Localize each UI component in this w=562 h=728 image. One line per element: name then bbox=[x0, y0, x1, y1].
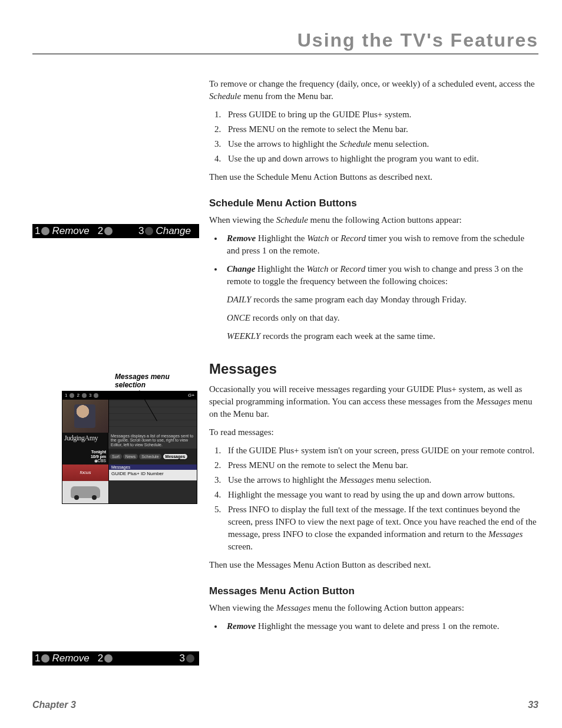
car-icon bbox=[71, 486, 100, 498]
actionbar1-num2: 2 bbox=[98, 225, 103, 237]
page-header-title: Using the TV's Features bbox=[32, 29, 538, 54]
show-title: JudgingAmy bbox=[64, 434, 106, 443]
messages-bar: Messages bbox=[109, 465, 197, 470]
actionbar1-num3: 3 bbox=[138, 225, 144, 237]
button-dot-icon bbox=[186, 654, 194, 663]
bullet-remove: Remove Highlight the Watch or Record tim… bbox=[223, 232, 538, 257]
step-item: Use the arrows to highlight the Schedule… bbox=[223, 138, 538, 150]
fig-bar-n3: 3 bbox=[89, 393, 91, 398]
schedule-action-intro: When viewing the Schedule menu the follo… bbox=[209, 214, 538, 226]
to-read-messages: To read messages: bbox=[209, 426, 538, 439]
step-item: Press MENU on the remote to select the M… bbox=[223, 459, 538, 472]
step-item: Press MENU on the remote to select the M… bbox=[223, 123, 538, 136]
tab-messages: Messages bbox=[163, 453, 188, 460]
fig-bar-n1: 1 bbox=[65, 393, 67, 398]
actionbar1-label3: Change bbox=[156, 225, 191, 237]
step-item: Use the up and down arrows to highlight … bbox=[223, 153, 538, 165]
fig-bar-n2: 2 bbox=[77, 393, 79, 398]
pip-video-thumbnail bbox=[62, 400, 109, 433]
bullet-remove-message: Remove Highlight the message you want to… bbox=[223, 620, 538, 633]
show-time-1: Tonight bbox=[64, 450, 106, 454]
schedule-action-bar-figure: 1 Remove 2 3 Change bbox=[32, 224, 199, 238]
messages-intro: Occasionally you will receive messages r… bbox=[209, 383, 538, 420]
step-item: Press INFO to display the full text of t… bbox=[223, 503, 538, 553]
ad-panel-2 bbox=[62, 481, 109, 503]
intro-paragraph: To remove or change the frequency (daily… bbox=[209, 78, 538, 103]
messages-action-intro: When viewing the Messages menu the follo… bbox=[209, 602, 538, 614]
show-time-2: 10/9 pm bbox=[64, 454, 106, 459]
figure-caption: Messages menu selection bbox=[115, 373, 197, 390]
messages-screenshot-figure: Messages menu selection 1 2 3 G+ bbox=[32, 373, 197, 504]
button-dot-icon bbox=[145, 227, 153, 235]
step-item: Use the arrows to highlight the Messages… bbox=[223, 474, 538, 486]
actionbar2-num2: 2 bbox=[98, 653, 103, 664]
then-text: Then use the Schedule Menu Action Button… bbox=[209, 171, 538, 183]
button-dot-icon bbox=[104, 227, 113, 235]
messages-action-heading: Messages Menu Action Button bbox=[209, 584, 538, 598]
messages-steps: If the GUIDE Plus+ system isn't on your … bbox=[209, 444, 538, 553]
bullet-change: Change Highlight the Watch or Record tim… bbox=[223, 263, 538, 342]
ad-panel-1: focus bbox=[62, 465, 109, 481]
button-dot-icon bbox=[41, 654, 49, 663]
actionbar2-num3: 3 bbox=[180, 653, 185, 664]
messages-description: Messages displays a list of messages sen… bbox=[108, 433, 197, 449]
messages-action-bar-figure: 1 Remove 2 3 bbox=[32, 651, 199, 666]
button-dot-icon bbox=[104, 654, 113, 663]
actionbar1-num1: 1 bbox=[35, 225, 40, 237]
button-dot-icon bbox=[82, 393, 87, 398]
button-dot-icon bbox=[94, 393, 98, 398]
actionbar2-num1: 1 bbox=[35, 653, 40, 664]
show-network: ◉CBS bbox=[64, 459, 106, 463]
button-dot-icon bbox=[41, 227, 49, 235]
then-text-2: Then use the Messages Menu Action Button… bbox=[209, 559, 538, 571]
step-item: Highlight the message you want to read b… bbox=[223, 489, 538, 501]
intro-steps: Press GUIDE to bring up the GUIDE Plus+ … bbox=[209, 108, 538, 165]
footer-chapter: Chapter 3 bbox=[32, 700, 76, 710]
step-item: Press GUIDE to bring up the GUIDE Plus+ … bbox=[223, 108, 538, 121]
tab-schedule: Schedule bbox=[139, 454, 161, 459]
actionbar1-label1: Remove bbox=[52, 225, 89, 237]
footer-page-number: 33 bbox=[528, 700, 538, 710]
schedule-action-heading: Schedule Menu Action Buttons bbox=[209, 196, 538, 210]
tab-news: News bbox=[123, 454, 138, 459]
tab-sort: Sort bbox=[110, 454, 122, 459]
actionbar2-label1: Remove bbox=[52, 653, 89, 664]
messages-heading: Messages bbox=[209, 359, 538, 379]
message-list-item: GUIDE Plus+ ID Number bbox=[109, 470, 197, 480]
button-dot-icon bbox=[70, 393, 74, 398]
guideplus-logo-icon: G+ bbox=[188, 393, 194, 398]
step-item: If the GUIDE Plus+ system isn't on your … bbox=[223, 444, 538, 457]
